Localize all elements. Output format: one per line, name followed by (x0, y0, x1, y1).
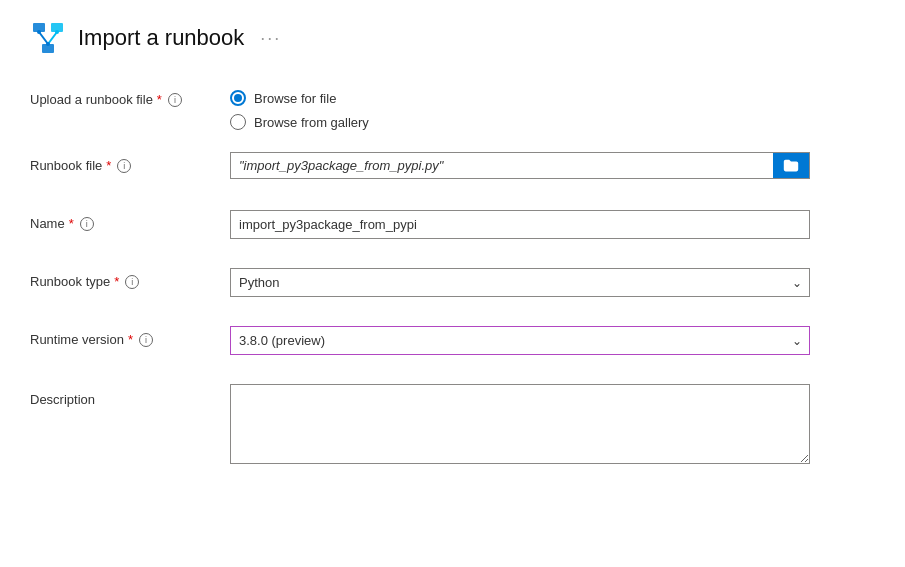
runbook-type-info-icon[interactable]: i (125, 275, 139, 289)
browse-from-gallery-label: Browse from gallery (254, 115, 369, 130)
upload-label: Upload a runbook file * i (30, 86, 230, 107)
more-options-button[interactable]: ··· (260, 28, 281, 49)
browse-for-file-option[interactable]: Browse for file (230, 90, 810, 106)
name-input[interactable] (230, 210, 810, 239)
description-row: Description (30, 384, 875, 467)
runtime-version-label-text: Runtime version (30, 332, 124, 347)
runtime-version-row: Runtime version * i 3.8.0 (preview) 3.6 … (30, 326, 875, 362)
browse-for-file-label: Browse for file (254, 91, 336, 106)
runbook-type-row: Runbook type * i Python PowerShell Power… (30, 268, 875, 304)
runbook-type-label-text: Runbook type (30, 274, 110, 289)
runtime-version-info-icon[interactable]: i (139, 333, 153, 347)
svg-line-4 (48, 32, 57, 44)
upload-options-group: Browse for file Browse from gallery (230, 86, 810, 130)
runbook-file-label-text: Runbook file (30, 158, 102, 173)
folder-icon (782, 157, 800, 175)
description-control (230, 384, 810, 467)
runbook-type-control: Python PowerShell PowerShell Workflow Gr… (230, 268, 810, 297)
upload-runbook-row: Upload a runbook file * i Browse for fil… (30, 86, 875, 130)
upload-required-star: * (157, 92, 162, 107)
upload-label-text: Upload a runbook file (30, 92, 153, 107)
file-input-wrapper (230, 152, 810, 179)
description-label-text: Description (30, 392, 95, 407)
runbook-icon (30, 20, 66, 56)
page-title: Import a runbook (78, 25, 244, 51)
runtime-version-required-star: * (128, 332, 133, 347)
svg-point-7 (46, 42, 50, 46)
svg-line-3 (39, 32, 48, 44)
description-label: Description (30, 384, 230, 407)
runbook-type-select[interactable]: Python PowerShell PowerShell Workflow Gr… (230, 268, 810, 297)
description-textarea[interactable] (230, 384, 810, 464)
name-label-text: Name (30, 216, 65, 231)
file-browse-button[interactable] (773, 153, 809, 178)
runtime-version-control: 3.8.0 (preview) 3.6 2.7 ⌄ (230, 326, 810, 355)
runbook-file-row: Runbook file * i (30, 152, 875, 188)
runtime-version-select[interactable]: 3.8.0 (preview) 3.6 2.7 (230, 326, 810, 355)
runtime-version-label: Runtime version * i (30, 326, 230, 347)
name-required-star: * (69, 216, 74, 231)
runtime-version-dropdown-wrapper: 3.8.0 (preview) 3.6 2.7 ⌄ (230, 326, 810, 355)
name-label: Name * i (30, 210, 230, 231)
runbook-type-required-star: * (114, 274, 119, 289)
browse-for-file-radio[interactable] (230, 90, 246, 106)
runbook-file-required-star: * (106, 158, 111, 173)
runbook-file-info-icon[interactable]: i (117, 159, 131, 173)
runbook-type-dropdown-wrapper: Python PowerShell PowerShell Workflow Gr… (230, 268, 810, 297)
browse-from-gallery-option[interactable]: Browse from gallery (230, 114, 810, 130)
runbook-type-label: Runbook type * i (30, 268, 230, 289)
runbook-file-label: Runbook file * i (30, 152, 230, 173)
svg-point-6 (55, 30, 59, 34)
browse-from-gallery-radio[interactable] (230, 114, 246, 130)
name-row: Name * i (30, 210, 875, 246)
runbook-file-input[interactable] (231, 153, 773, 178)
page-header: Import a runbook ··· (30, 20, 875, 56)
svg-point-5 (37, 30, 41, 34)
upload-info-icon[interactable]: i (168, 93, 182, 107)
radio-group: Browse for file Browse from gallery (230, 86, 810, 130)
name-info-icon[interactable]: i (80, 217, 94, 231)
runbook-file-control (230, 152, 810, 179)
name-control (230, 210, 810, 239)
